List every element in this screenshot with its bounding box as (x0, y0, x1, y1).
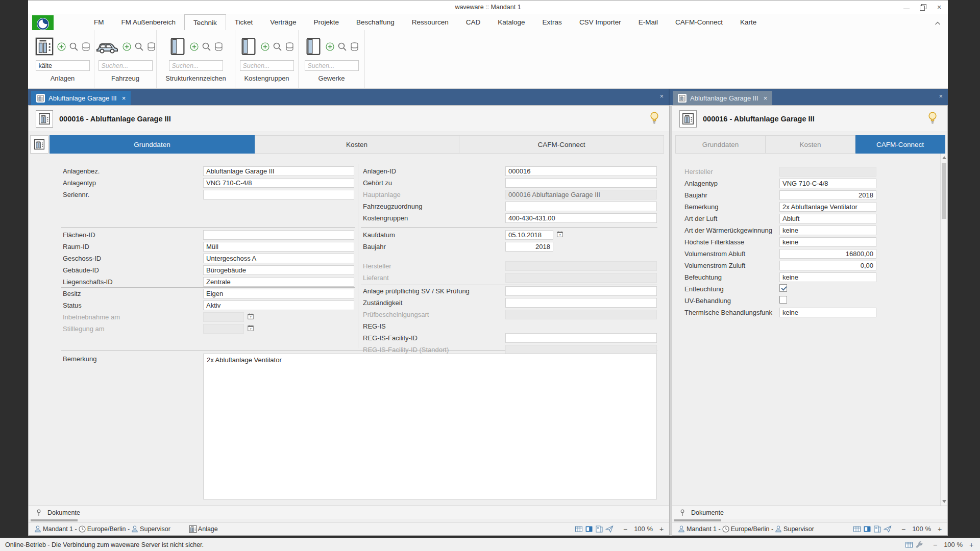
zoom-out-button[interactable]: − (900, 525, 907, 533)
menu-item-ressourcen[interactable]: Ressourcen (403, 14, 457, 30)
menu-item-ticket[interactable]: Ticket (226, 14, 262, 30)
scroll-down-icon[interactable] (942, 500, 946, 503)
add-icon[interactable] (260, 42, 270, 52)
menu-item-projekte[interactable]: Projekte (305, 14, 348, 30)
doc-tab-left[interactable]: Abluftanlage Garage III × (31, 91, 131, 105)
dokumente-bar[interactable]: Dokumente (672, 506, 947, 519)
field-input[interactable]: Müll (203, 242, 354, 252)
field-input[interactable] (203, 312, 244, 322)
database-icon[interactable] (81, 42, 91, 52)
field-input[interactable]: keine (779, 237, 876, 247)
database-icon[interactable] (214, 42, 224, 52)
tab-kosten[interactable]: Kosten (255, 135, 459, 154)
field-input[interactable]: 16800,00 (779, 249, 876, 259)
menu-item-kataloge[interactable]: Kataloge (489, 14, 533, 30)
menu-item-extras[interactable]: Extras (534, 14, 571, 30)
field-input[interactable]: Aktiv (203, 300, 354, 310)
field-input[interactable] (203, 190, 354, 199)
doc-tab-right[interactable]: Abluftanlage Garage III × (673, 91, 772, 105)
dokumente-bar[interactable]: Dokumente (29, 506, 669, 519)
database-icon[interactable] (146, 42, 156, 52)
restore-button[interactable] (919, 4, 926, 11)
field-input[interactable]: 2x Abluftanlage Ventilator (779, 202, 876, 212)
field-input[interactable]: 000016 (505, 166, 657, 176)
bemerkung-textarea[interactable]: 2x Abluftanlage Ventilator (203, 354, 657, 499)
field-input[interactable] (505, 333, 657, 343)
door-icon[interactable] (239, 36, 258, 57)
menu-item-e-mail[interactable]: E-Mail (630, 14, 667, 30)
field-input[interactable] (203, 324, 244, 334)
search-icon[interactable] (273, 42, 282, 52)
menu-item-csv-importer[interactable]: CSV Importer (571, 14, 630, 30)
tab-cafm-connect[interactable]: CAFM-Connect (855, 135, 945, 154)
add-icon[interactable] (189, 42, 199, 52)
field-input[interactable]: 0,00 (779, 261, 876, 270)
field-input[interactable] (505, 202, 657, 211)
field-input[interactable] (203, 230, 354, 240)
menu-item-cad[interactable]: CAD (457, 14, 489, 30)
menu-item-fm-au-enbereich[interactable]: FM Außenbereich (113, 14, 185, 30)
database-icon[interactable] (350, 42, 359, 52)
vertical-scrollbar[interactable] (940, 154, 947, 506)
tab-grunddaten[interactable]: Grunddaten (675, 135, 766, 154)
field-input[interactable]: 400-430-431.00 (505, 213, 657, 223)
field-input[interactable] (505, 273, 657, 283)
form-view-icon[interactable] (863, 525, 871, 533)
calendar-icon[interactable] (247, 313, 254, 320)
menu-item-beschaffung[interactable]: Beschaffung (348, 14, 403, 30)
search-icon[interactable] (337, 42, 347, 52)
zoom-out-button[interactable]: − (622, 525, 629, 533)
field-input[interactable]: keine (779, 226, 876, 235)
close-button[interactable]: × (936, 4, 943, 11)
search-icon[interactable] (134, 42, 144, 52)
field-input[interactable]: Untergeschoss A (203, 254, 354, 263)
menu-item-karte[interactable]: Karte (731, 14, 765, 30)
menu-item-vertr-ge[interactable]: Verträge (261, 14, 305, 30)
zoom-in-button[interactable]: + (936, 525, 943, 533)
field-input[interactable]: keine (779, 272, 876, 282)
database-icon[interactable] (285, 42, 295, 52)
tab-kosten[interactable]: Kosten (766, 135, 855, 154)
field-input[interactable] (505, 298, 657, 308)
door-icon[interactable] (304, 36, 323, 57)
field-input[interactable]: Zentrale (203, 277, 354, 287)
calendar-icon[interactable] (556, 231, 564, 238)
car-icon[interactable] (95, 38, 119, 55)
menu-item-fm[interactable]: FM (85, 14, 113, 30)
field-input[interactable]: 2018 (779, 190, 876, 200)
send-icon[interactable] (605, 525, 614, 533)
lightbulb-icon[interactable] (926, 111, 939, 124)
add-icon[interactable] (325, 42, 335, 52)
doc-tab-close-icon[interactable]: × (122, 94, 126, 102)
door-icon[interactable] (168, 36, 187, 57)
field-input[interactable] (505, 286, 657, 296)
field-input[interactable]: VNG 710-C-4/8 (203, 178, 354, 188)
calendar-icon[interactable] (247, 324, 254, 332)
search-input-kostengruppen[interactable] (240, 60, 294, 71)
search-input-strukturkennzeichen[interactable] (169, 60, 223, 71)
tab-cafm-connect[interactable]: CAFM-Connect (459, 135, 664, 154)
search-input-anlagen[interactable] (36, 60, 90, 71)
collapse-ribbon-icon[interactable] (934, 19, 942, 28)
menu-item-technik[interactable]: Technik (184, 14, 226, 30)
zoom-in-button[interactable]: + (968, 541, 975, 549)
search-icon[interactable] (202, 42, 211, 52)
tools-icon[interactable] (915, 541, 923, 549)
scroll-up-icon[interactable] (942, 156, 946, 159)
card-view-icon[interactable] (595, 525, 603, 533)
search-icon[interactable] (69, 42, 79, 52)
section-close-icon[interactable]: × (659, 93, 664, 99)
field-input[interactable]: 000016 Abluftanlage Garage III (505, 190, 657, 199)
field-input[interactable]: Eigen (203, 289, 354, 298)
zoom-in-button[interactable]: + (658, 525, 665, 533)
field-input[interactable]: Bürogebäude (203, 265, 354, 275)
form-view-icon[interactable] (585, 525, 593, 533)
zoom-out-button[interactable]: − (932, 541, 939, 549)
scrollbar-thumb[interactable] (942, 163, 946, 219)
field-input[interactable]: keine (779, 308, 876, 317)
table-view-icon[interactable] (575, 525, 583, 533)
table-view-icon[interactable] (905, 541, 913, 549)
field-checkbox[interactable] (779, 296, 787, 304)
field-input[interactable]: 05.10.2018 (505, 230, 553, 240)
field-input[interactable]: VNG 710-C-4/8 (779, 179, 876, 188)
